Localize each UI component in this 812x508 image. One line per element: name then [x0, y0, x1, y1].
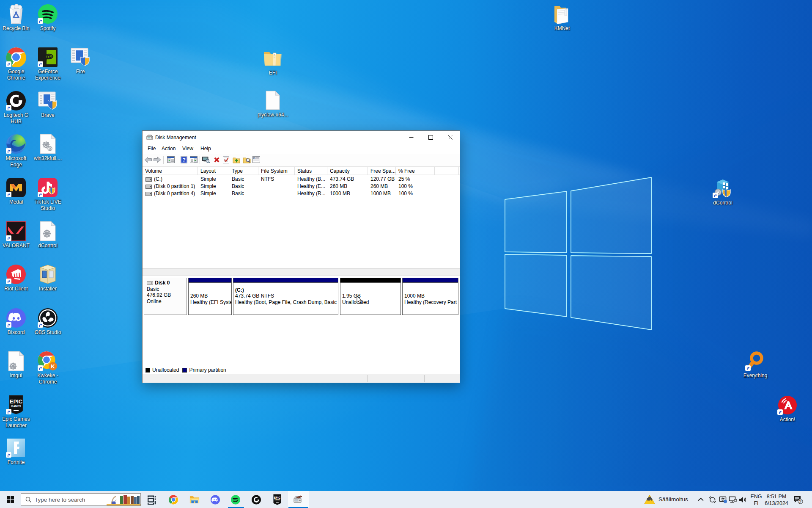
svg-text:2: 2: [799, 499, 802, 504]
svg-text:GAMES: GAMES: [11, 405, 22, 408]
svg-text:K: K: [51, 363, 55, 370]
svg-text:EPIC: EPIC: [10, 398, 23, 405]
svg-text:EPIC: EPIC: [274, 496, 280, 499]
svg-text:?: ?: [182, 157, 186, 163]
svg-text:GAMES: GAMES: [274, 499, 280, 501]
